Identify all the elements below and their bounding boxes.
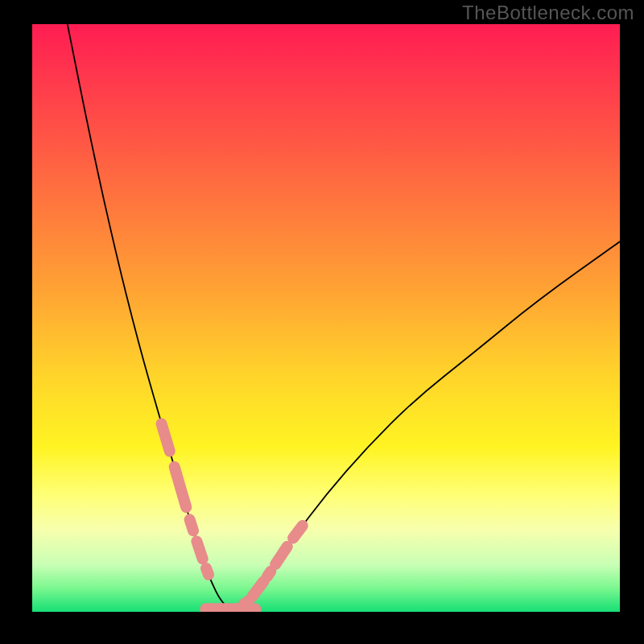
plot-area bbox=[32, 24, 620, 612]
chart-frame: TheBottleneck.com bbox=[0, 0, 644, 644]
chart-svg bbox=[32, 24, 620, 612]
bottleneck-curve bbox=[68, 24, 620, 609]
attribution-label: TheBottleneck.com bbox=[462, 2, 634, 24]
highlight-markers bbox=[162, 423, 303, 609]
